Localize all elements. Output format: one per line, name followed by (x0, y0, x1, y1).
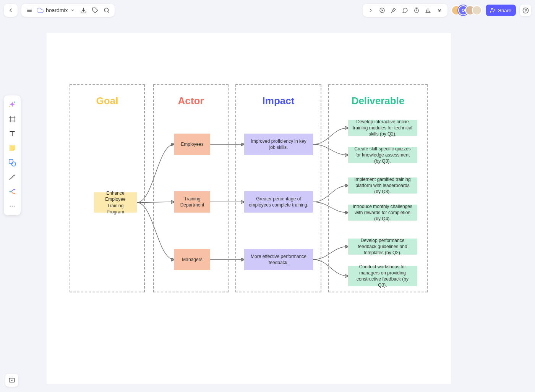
node-del_2[interactable]: Create skill-specific quizzes for knowle… (348, 147, 417, 163)
svg-point-38 (12, 206, 13, 207)
back-button[interactable] (5, 5, 16, 16)
comment-button[interactable] (399, 5, 411, 16)
download-icon (80, 7, 87, 14)
svg-line-9 (394, 8, 395, 9)
tag-button[interactable] (89, 5, 101, 16)
column-title-goal: Goal (70, 95, 144, 107)
user-plus-icon (490, 8, 496, 13)
chevrons-down-icon (437, 8, 442, 13)
expand-button[interactable] (365, 5, 376, 16)
doc-title-text: boardmix (46, 7, 68, 13)
download-button[interactable] (78, 5, 89, 16)
sparkle-icon (391, 7, 397, 13)
svg-point-33 (11, 162, 16, 166)
tool-ai[interactable] (5, 98, 19, 111)
tool-sticky[interactable] (5, 141, 19, 155)
help-button[interactable] (520, 5, 531, 16)
svg-line-10 (395, 9, 396, 10)
svg-line-6 (108, 11, 109, 13)
svg-point-24 (14, 102, 16, 103)
menu-button[interactable] (24, 5, 35, 16)
connector-icon (8, 173, 16, 181)
node-del_5[interactable]: Develop performance feedback guidelines … (348, 239, 417, 255)
tool-connector[interactable] (5, 170, 19, 184)
celebrate-button[interactable] (388, 5, 399, 16)
node-del_6[interactable]: Conduct workshops for managers on provid… (348, 266, 417, 286)
chat-icon (402, 7, 408, 13)
dots-icon (9, 203, 16, 210)
minimap-icon (8, 377, 15, 384)
cloud-icon (37, 7, 44, 14)
topbar-left: boardmix (4, 4, 115, 17)
svg-marker-41 (11, 380, 13, 381)
svg-point-34 (9, 191, 11, 193)
node-goal[interactable]: Enhance Employee Training Program (94, 192, 137, 213)
timer-button[interactable] (411, 5, 422, 16)
back-button-container (4, 4, 18, 17)
svg-point-39 (14, 206, 15, 207)
column-title-impact: Impact (236, 95, 321, 107)
minimap-button[interactable] (5, 374, 18, 387)
help-icon (522, 7, 529, 14)
node-actor_2[interactable]: Training Department (174, 191, 210, 213)
column-title-deliverable: Deliverable (329, 95, 427, 107)
svg-point-35 (14, 189, 16, 190)
canvas[interactable]: GoalActorImpactDeliverableEnhance Employ… (47, 33, 451, 384)
chevron-down-icon (70, 8, 75, 13)
tool-shape[interactable] (5, 156, 19, 169)
side-toolbar (4, 95, 21, 215)
tag-icon (92, 7, 98, 13)
node-impact_1[interactable]: Improved proficiency in key job skills. (244, 134, 313, 155)
text-icon (8, 130, 16, 137)
right-tools-pill (363, 4, 447, 17)
search-button[interactable] (101, 5, 112, 16)
topbar: boardmix (4, 4, 531, 17)
svg-marker-8 (382, 9, 383, 11)
chart-icon (425, 7, 431, 13)
share-button[interactable]: Share (486, 5, 516, 16)
tool-mindmap[interactable] (5, 185, 19, 198)
topbar-right: O Share (363, 4, 531, 17)
avatar-stack[interactable]: O (451, 5, 482, 15)
column-frame-goal[interactable]: Goal (70, 84, 145, 292)
avatar[interactable] (472, 5, 482, 15)
search-icon (104, 7, 110, 13)
ai-icon (8, 100, 16, 109)
mindmap-icon (8, 187, 16, 196)
column-title-actor: Actor (154, 95, 228, 107)
more-tools-button[interactable] (434, 5, 445, 16)
doc-pill: boardmix (21, 4, 115, 17)
shapes-icon (8, 158, 16, 167)
chevron-right-icon (368, 8, 373, 13)
svg-point-37 (10, 206, 11, 207)
node-impact_3[interactable]: More effective performance feedback. (244, 249, 313, 270)
share-button-label: Share (498, 8, 511, 13)
tool-text[interactable] (5, 127, 19, 140)
node-actor_3[interactable]: Managers (174, 249, 210, 270)
menu-icon (26, 7, 32, 13)
tool-frame[interactable] (5, 112, 19, 126)
tool-more[interactable] (5, 199, 19, 213)
svg-point-25 (9, 106, 10, 107)
node-del_4[interactable]: Introduce monthly challenges with reward… (348, 205, 417, 221)
svg-point-19 (491, 8, 493, 10)
svg-point-36 (14, 193, 16, 195)
node-del_3[interactable]: Implement gamified training platform wit… (348, 177, 417, 194)
chevron-left-icon (8, 7, 14, 13)
frame-icon (8, 115, 16, 123)
doc-title-dropdown[interactable]: boardmix (35, 7, 78, 14)
node-del_1[interactable]: Develop interactive online training modu… (348, 120, 417, 136)
node-impact_2[interactable]: Greater percentage of employees complete… (244, 191, 313, 213)
timer-icon (413, 7, 420, 13)
node-actor_1[interactable]: Employees (174, 134, 210, 155)
play-button[interactable] (376, 5, 388, 16)
vote-button[interactable] (422, 5, 434, 16)
sticky-note-icon (8, 144, 16, 152)
play-icon (379, 7, 385, 13)
